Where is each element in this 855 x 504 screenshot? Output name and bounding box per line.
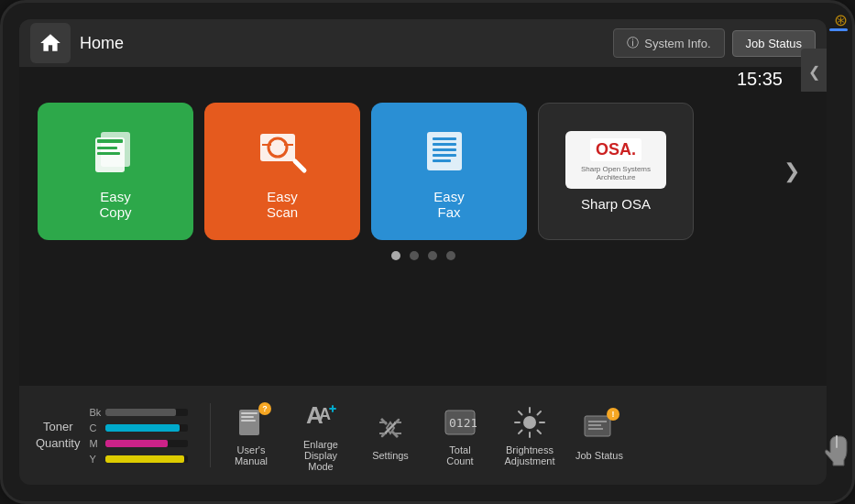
svg-rect-13 [433, 154, 456, 157]
dot-4[interactable] [446, 251, 455, 260]
easy-fax-label: EasyFax [433, 189, 464, 220]
network-bar [829, 28, 848, 31]
toner-row-bk: Bk [89, 407, 188, 418]
screen: Home ⓘ System Info. Job Status ❮ 15:35 [19, 19, 827, 485]
job-status-badge: ! [607, 408, 619, 421]
svg-rect-17 [241, 416, 254, 418]
app-tile-sharp-osa[interactable]: OSA. Sharp Open Systems Architecture Sha… [538, 103, 694, 240]
app-tile-easy-scan[interactable]: EasyScan [204, 103, 360, 240]
system-info-button[interactable]: ⓘ System Info. [613, 28, 724, 58]
job-status-icon: ! [581, 410, 618, 446]
easy-scan-icon [253, 123, 312, 181]
easy-copy-icon [86, 123, 145, 181]
brightness-icon [511, 404, 548, 441]
easy-fax-icon [420, 123, 478, 181]
info-icon: ⓘ [627, 35, 639, 51]
users-manual-icon: ? [233, 404, 269, 441]
svg-line-34 [519, 411, 522, 415]
dot-2[interactable] [410, 251, 419, 260]
svg-line-35 [538, 431, 542, 434]
svg-rect-16 [241, 412, 258, 414]
svg-rect-11 [433, 143, 456, 146]
easy-scan-label: EasyScan [267, 189, 298, 220]
touch-icon [824, 434, 850, 474]
easy-copy-label: EasyCopy [99, 189, 131, 220]
users-manual-button[interactable]: ? User's Manual [218, 400, 284, 470]
pagination-dots [19, 247, 827, 268]
sharp-osa-label: Sharp OSA [581, 196, 651, 212]
svg-rect-4 [97, 152, 120, 155]
toner-row-y: Y [89, 454, 188, 465]
enlarge-display-button[interactable]: A A Enlarge Display Mode [288, 395, 354, 476]
total-count-label: Total Count [446, 444, 473, 466]
next-page-arrow[interactable]: ❯ [775, 155, 808, 188]
home-label: Home [80, 34, 604, 53]
svg-rect-2 [97, 139, 123, 143]
dot-1[interactable] [391, 251, 400, 260]
osa-inner: OSA. Sharp Open Systems Architecture [565, 131, 666, 189]
enlarge-display-label: Enlarge Display Mode [303, 439, 338, 472]
time-display: 15:35 [737, 69, 783, 90]
job-status-bottom-button[interactable]: ! Job Status [566, 406, 632, 465]
top-bar: Home ⓘ System Info. Job Status [19, 19, 827, 67]
svg-rect-12 [433, 148, 456, 151]
users-manual-badge: ? [258, 402, 271, 415]
svg-text:0121: 0121 [449, 416, 477, 430]
settings-icon [372, 410, 409, 446]
svg-text:A: A [319, 405, 331, 423]
time-bar: 15:35 [19, 67, 827, 92]
brightness-label: Brightness Adjustment [504, 444, 554, 466]
svg-rect-18 [241, 420, 256, 422]
app-tile-easy-fax[interactable]: EasyFax [371, 103, 527, 240]
home-icon [38, 31, 62, 55]
total-count-button[interactable]: 0121 Total Count [427, 400, 493, 470]
users-manual-label: User's Manual [235, 444, 268, 466]
brightness-button[interactable]: Brightness Adjustment [497, 400, 563, 470]
settings-button[interactable]: Settings [357, 406, 423, 465]
device-frame: ⊛ Home ⓘ System Info. Job Status ❮ [0, 0, 855, 504]
settings-label: Settings [372, 450, 409, 461]
app-tile-easy-copy[interactable]: EasyCopy [38, 103, 193, 240]
svg-rect-38 [585, 416, 610, 436]
toner-row-c: C [89, 422, 188, 433]
job-status-bottom-label: Job Status [575, 450, 623, 461]
toner-bars: Bk C M [89, 407, 188, 465]
dot-3[interactable] [428, 251, 437, 260]
toner-label: Toner Quantity [36, 419, 80, 452]
svg-point-29 [523, 416, 536, 429]
svg-line-36 [538, 411, 542, 415]
svg-rect-3 [97, 147, 117, 149]
top-right-buttons: ⓘ System Info. Job Status [613, 28, 816, 58]
toolbar-divider-1 [210, 403, 211, 467]
bottom-toolbar: Toner Quantity Bk C [19, 386, 827, 485]
main-area: EasyCopy EasyScan [19, 92, 827, 386]
svg-rect-10 [433, 137, 456, 140]
svg-rect-14 [433, 159, 451, 162]
osa-subtitle: Sharp Open Systems Architecture [576, 165, 655, 181]
toner-row-m: M [89, 438, 188, 449]
total-count-icon: 0121 [442, 404, 478, 441]
svg-line-37 [519, 431, 522, 434]
home-button[interactable] [30, 23, 71, 63]
osa-logo: OSA. [590, 138, 641, 161]
toner-section: Toner Quantity Bk C [28, 407, 203, 465]
back-arrow-button[interactable]: ❮ [801, 49, 827, 94]
network-icon: ⊛ [834, 10, 848, 30]
app-grid: EasyCopy EasyScan [19, 92, 827, 247]
enlarge-display-icon: A A [302, 399, 339, 435]
